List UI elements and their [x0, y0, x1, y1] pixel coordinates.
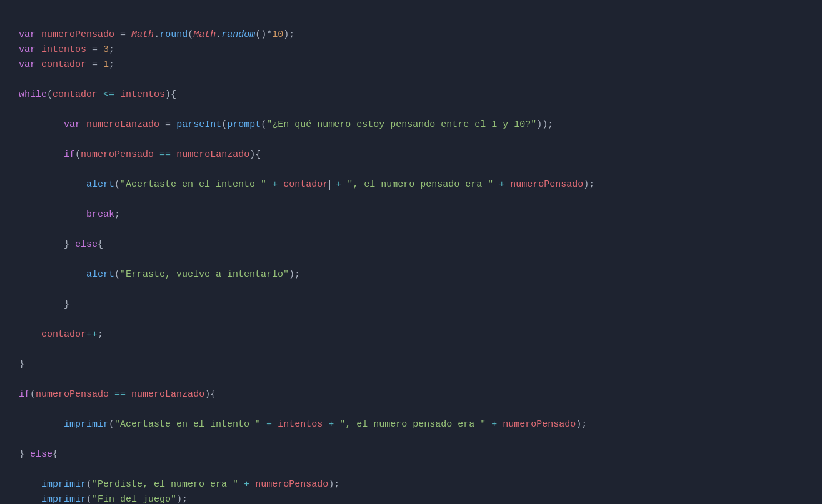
line-7: alert("Acertaste en el intento " + conta…: [19, 179, 594, 190]
line-4: while(contador <= intentos){: [19, 89, 176, 100]
line-2: var intentos = 3;: [19, 44, 114, 55]
line-6: if(numeroPensado == numeroLanzado){: [19, 149, 261, 160]
code-editor[interactable]: var numeroPensado = Math.round(Math.rand…: [19, 12, 803, 504]
line-11: }: [19, 299, 69, 310]
line-13: }: [19, 359, 24, 370]
line-12: contador++;: [19, 329, 103, 340]
line-1: var numeroPensado = Math.round(Math.rand…: [19, 29, 294, 40]
line-8: break;: [19, 209, 120, 220]
line-3: var contador = 1;: [19, 59, 114, 70]
line-10: alert("Erraste, vuelve a intentarlo");: [19, 269, 300, 280]
line-5: var numeroLanzado = parseInt(prompt("¿En…: [19, 119, 553, 130]
line-17: imprimir("Perdiste, el numero era " + nu…: [19, 479, 339, 490]
line-16: } else{: [19, 449, 58, 460]
line-18: imprimir("Fin del juego");: [19, 494, 188, 504]
line-9: } else{: [19, 239, 103, 250]
line-14: if(numeroPensado == numeroLanzado){: [19, 389, 216, 400]
line-15: imprimir("Acertaste en el intento " + in…: [19, 419, 587, 430]
